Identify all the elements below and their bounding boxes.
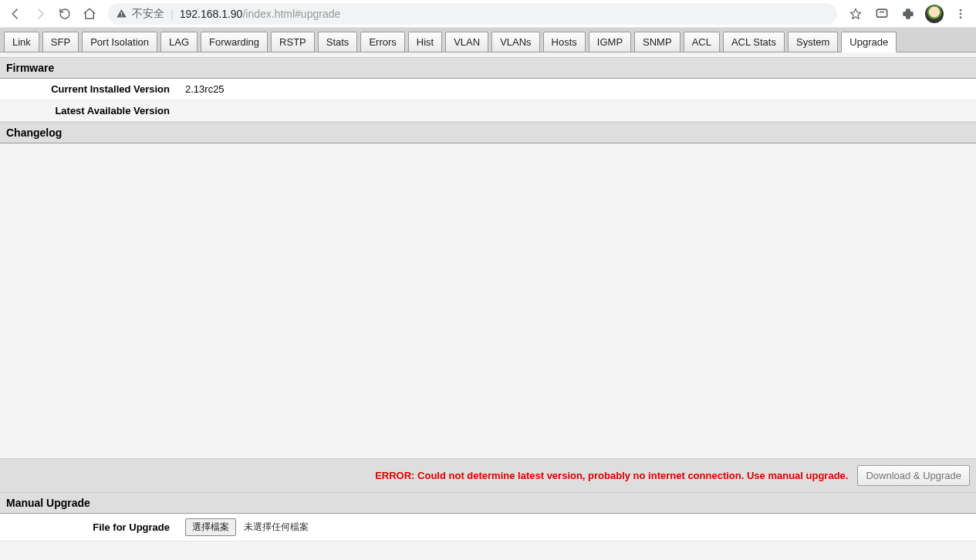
- back-button[interactable]: [5, 3, 26, 25]
- chat-button[interactable]: [871, 3, 893, 25]
- latest-version-label: Latest Available Version: [0, 100, 177, 122]
- current-version-value: 2.13rc25: [177, 79, 976, 100]
- no-file-chosen-text: 未選擇任何檔案: [244, 521, 309, 532]
- extensions-button[interactable]: [897, 3, 919, 25]
- current-version-row: Current Installed Version 2.13rc25: [0, 79, 976, 100]
- tab-link[interactable]: Link: [4, 32, 39, 52]
- firmware-section: Firmware Current Installed Version 2.13r…: [0, 57, 976, 122]
- arrow-left-icon: [8, 7, 22, 21]
- tab-stats[interactable]: Stats: [318, 32, 358, 52]
- menu-button[interactable]: [950, 3, 971, 25]
- security-indicator[interactable]: 不安全: [116, 7, 164, 21]
- tab-igmp[interactable]: IGMP: [589, 32, 631, 52]
- svg-rect-1: [121, 15, 122, 16]
- forward-button[interactable]: [29, 3, 51, 25]
- tab-snmp[interactable]: SNMP: [634, 32, 680, 52]
- url-display: 192.168.1.90/index.html#upgrade: [180, 8, 341, 20]
- tab-errors[interactable]: Errors: [360, 32, 404, 52]
- tab-rstp[interactable]: RSTP: [271, 32, 315, 52]
- reload-button[interactable]: [54, 3, 76, 25]
- tab-sfp[interactable]: SFP: [42, 32, 79, 52]
- choose-file-button[interactable]: 選擇檔案: [185, 518, 236, 536]
- svg-rect-2: [876, 9, 887, 17]
- svg-point-3: [960, 9, 962, 12]
- star-icon: [849, 7, 863, 21]
- avatar-icon: [925, 5, 944, 23]
- tab-acl-stats[interactable]: ACL Stats: [723, 32, 785, 52]
- latest-version-row: Latest Available Version: [0, 100, 976, 122]
- address-separator: |: [171, 8, 174, 20]
- tab-upgrade[interactable]: Upgrade: [841, 32, 897, 52]
- changelog-section: Changelog: [0, 122, 976, 458]
- file-upgrade-label: File for Upgrade: [0, 514, 177, 541]
- current-version-label: Current Installed Version: [0, 79, 177, 100]
- svg-point-4: [960, 12, 962, 15]
- tab-hosts[interactable]: Hosts: [543, 32, 586, 52]
- file-upgrade-row: File for Upgrade 選擇檔案 未選擇任何檔案: [0, 514, 976, 541]
- address-bar[interactable]: 不安全 | 192.168.1.90/index.html#upgrade: [108, 3, 837, 25]
- changelog-body: [0, 143, 976, 458]
- reload-icon: [58, 7, 72, 21]
- home-button[interactable]: [79, 3, 100, 25]
- chat-square-icon: [874, 6, 890, 22]
- download-upgrade-button[interactable]: Download & Upgrade: [857, 465, 970, 486]
- tab-port-isolation[interactable]: Port Isolation: [82, 32, 157, 52]
- svg-point-5: [960, 16, 962, 19]
- error-message: ERROR: Could not determine latest versio…: [375, 470, 848, 481]
- tab-vlan[interactable]: VLAN: [445, 32, 488, 52]
- puzzle-icon: [901, 7, 915, 21]
- tab-hist[interactable]: Hist: [408, 32, 442, 52]
- tab-system[interactable]: System: [788, 32, 838, 52]
- kebab-icon: [954, 8, 967, 20]
- changelog-header: Changelog: [0, 122, 976, 143]
- manual-upgrade-header: Manual Upgrade: [0, 492, 976, 514]
- tab-forwarding[interactable]: Forwarding: [201, 32, 268, 52]
- tab-bar: LinkSFPPort IsolationLAGForwardingRSTPSt…: [0, 28, 976, 52]
- security-label: 不安全: [132, 7, 164, 21]
- arrow-right-icon: [33, 7, 47, 21]
- home-icon: [83, 7, 96, 21]
- svg-rect-0: [121, 12, 122, 15]
- tab-lag[interactable]: LAG: [160, 32, 198, 52]
- manual-upgrade-section: Manual Upgrade File for Upgrade 選擇檔案 未選擇…: [0, 492, 976, 541]
- download-row: ERROR: Could not determine latest versio…: [0, 458, 976, 492]
- tab-acl[interactable]: ACL: [684, 32, 720, 52]
- page-content: LinkSFPPort IsolationLAGForwardingRSTPSt…: [0, 28, 976, 560]
- browser-toolbar: 不安全 | 192.168.1.90/index.html#upgrade: [0, 0, 976, 28]
- bookmark-button[interactable]: [845, 3, 866, 25]
- tab-vlans[interactable]: VLANs: [491, 32, 539, 52]
- warning-triangle-icon: [116, 8, 127, 19]
- profile-button[interactable]: [924, 3, 945, 25]
- latest-version-value: [177, 100, 976, 122]
- firmware-header: Firmware: [0, 57, 976, 79]
